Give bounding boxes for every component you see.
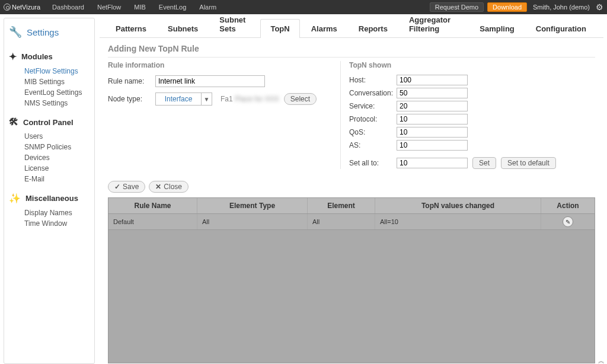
wand-icon: ✨ — [9, 193, 21, 204]
rule-name-input[interactable] — [155, 75, 265, 87]
sidebar-title: Settings — [27, 27, 59, 37]
node-type-dropdown[interactable]: Interface ▼ — [155, 92, 212, 106]
sidebar-item-time-window[interactable]: Time Window — [24, 218, 92, 229]
topn-protocol-input[interactable] — [397, 114, 468, 124]
rules-table: Rule Name Element Type Element TopN valu… — [108, 197, 595, 363]
tab-subnet-sets[interactable]: Subnet Sets — [209, 10, 259, 38]
sidebar-misc-title: Miscellaneous — [25, 194, 78, 203]
tab-topn[interactable]: TopN — [260, 19, 299, 38]
form-actions: ✓Save ✕Close — [108, 181, 595, 193]
sidebar-item-license[interactable]: License — [24, 163, 92, 174]
th-rule-name[interactable]: Rule Name — [108, 198, 197, 213]
topn-shown-section: TopN shown Host: Conversation: Service: … — [340, 61, 595, 169]
topnav-mib[interactable]: MIB — [134, 4, 146, 11]
sidebar-item-email[interactable]: E-Mail — [24, 174, 92, 184]
sidebar-item-eventlog-settings[interactable]: EventLog Settings — [24, 87, 92, 98]
sidebar: 🔧 Settings ✦ Modules NetFlow Settings MI… — [4, 18, 95, 364]
sidebar-modules-header[interactable]: ✦ Modules — [7, 49, 92, 65]
logo: NetVizura — [4, 4, 40, 11]
sidebar-item-users[interactable]: Users — [24, 131, 92, 142]
sidebar-control-panel: 🛠 Control Panel Users SNMP Policies Devi… — [7, 114, 92, 187]
node-type-label: Node type: — [108, 95, 155, 103]
chevron-down-icon: ▼ — [201, 93, 212, 105]
tools-icon: 🛠 — [9, 117, 18, 127]
content: Adding New TopN Rule Rule information Ru… — [100, 38, 603, 364]
sidebar-item-snmp-policies[interactable]: SNMP Policies — [24, 142, 92, 152]
topn-service-input[interactable] — [397, 101, 468, 111]
topn-qos-input[interactable] — [397, 127, 468, 138]
sidebar-item-netflow-settings[interactable]: NetFlow Settings — [24, 66, 92, 76]
set-all-input[interactable] — [397, 158, 468, 168]
save-button[interactable]: ✓Save — [108, 181, 145, 193]
check-icon: ✓ — [114, 183, 120, 191]
sidebar-item-devices[interactable]: Devices — [24, 152, 92, 163]
topn-conversation-input[interactable] — [397, 88, 468, 98]
logo-icon — [4, 4, 11, 11]
sidebar-item-nms-settings[interactable]: NMS Settings — [24, 98, 92, 108]
modules-icon: ✦ — [9, 51, 17, 62]
table-header: Rule Name Element Type Element TopN valu… — [108, 198, 595, 214]
sidebar-item-mib-settings[interactable]: MIB Settings — [24, 76, 92, 87]
sidebar-modules-title: Modules — [21, 52, 53, 61]
topn-as-label: AS: — [349, 141, 397, 149]
gear-icon[interactable]: ⚙ — [596, 2, 603, 12]
topn-qos-label: QoS: — [349, 128, 397, 136]
topn-conversation-label: Conversation: — [349, 89, 397, 97]
tab-configuration[interactable]: Configuration — [526, 19, 596, 38]
top-bar: NetVizura Dashboard NetFlow MIB EventLog… — [0, 0, 607, 14]
sidebar-misc: ✨ Miscellaneous Display Names Time Windo… — [7, 190, 92, 231]
sidebar-control-panel-header[interactable]: 🛠 Control Panel — [7, 114, 92, 130]
node-selected: Fa1 Place for XXX — [221, 95, 279, 103]
td-element-type: All — [197, 214, 308, 229]
tab-subnets[interactable]: Subnets — [158, 19, 208, 38]
set-to-default-button[interactable]: Set to default — [501, 157, 556, 169]
select-node-button[interactable]: Select — [284, 93, 317, 105]
td-rule-name: Default — [108, 214, 197, 229]
config-tabs: Patterns Subnets Subnet Sets TopN Alarms… — [100, 18, 603, 38]
tab-alarms[interactable]: Alarms — [301, 19, 347, 38]
tab-sampling[interactable]: Sampling — [469, 19, 525, 38]
tab-reports[interactable]: Reports — [349, 19, 398, 38]
td-action: ✎ — [541, 214, 595, 229]
sidebar-item-display-names[interactable]: Display Names — [24, 207, 92, 218]
sidebar-misc-header[interactable]: ✨ Miscellaneous — [7, 190, 92, 206]
sidebar-header: 🔧 Settings — [7, 23, 92, 45]
main-area: Patterns Subnets Subnet Sets TopN Alarms… — [100, 18, 603, 364]
node-type-value: Interface — [156, 95, 201, 103]
page-title: Adding New TopN Rule — [108, 44, 595, 58]
th-element-type[interactable]: Element Type — [197, 198, 308, 213]
scroll-to-top-icon[interactable]: ︽ — [598, 358, 605, 363]
topn-as-input[interactable] — [397, 140, 468, 151]
topn-host-label: Host: — [349, 76, 397, 84]
topn-title: TopN shown — [349, 61, 595, 69]
top-nav: Dashboard NetFlow MIB EventLog Alarm — [52, 4, 216, 11]
rule-information-section: Rule information Rule name: Node type: I… — [108, 61, 340, 169]
download-button[interactable]: Download — [487, 2, 527, 12]
sidebar-modules: ✦ Modules NetFlow Settings MIB Settings … — [7, 49, 92, 111]
topn-host-input[interactable] — [397, 75, 468, 85]
close-icon: ✕ — [155, 183, 161, 191]
th-topn-changed[interactable]: TopN values changed — [375, 198, 541, 213]
edit-icon[interactable]: ✎ — [563, 216, 573, 227]
topnav-dashboard[interactable]: Dashboard — [52, 4, 84, 11]
topn-service-label: Service: — [349, 102, 397, 110]
rule-info-title: Rule information — [108, 61, 332, 69]
th-element[interactable]: Element — [308, 198, 375, 213]
tab-aggregator-filtering[interactable]: Aggregator Filtering — [399, 10, 468, 38]
rule-name-label: Rule name: — [108, 77, 155, 85]
set-all-label: Set all to: — [349, 159, 397, 167]
current-user[interactable]: Smith, John (demo) — [533, 4, 590, 11]
td-topn-changed: All=10 — [375, 214, 541, 229]
td-element: All — [308, 214, 375, 229]
wrench-icon: 🔧 — [9, 25, 22, 39]
topnav-eventlog[interactable]: EventLog — [159, 4, 186, 11]
close-button[interactable]: ✕Close — [149, 181, 189, 193]
topn-protocol-label: Protocol: — [349, 115, 397, 123]
sidebar-control-panel-title: Control Panel — [23, 118, 74, 127]
table-row: Default All All All=10 ✎ — [108, 214, 595, 230]
app-name: NetVizura — [12, 4, 40, 11]
set-button[interactable]: Set — [472, 157, 496, 169]
topnav-netflow[interactable]: NetFlow — [97, 4, 121, 11]
th-action[interactable]: Action — [541, 198, 595, 213]
tab-patterns[interactable]: Patterns — [106, 19, 156, 38]
